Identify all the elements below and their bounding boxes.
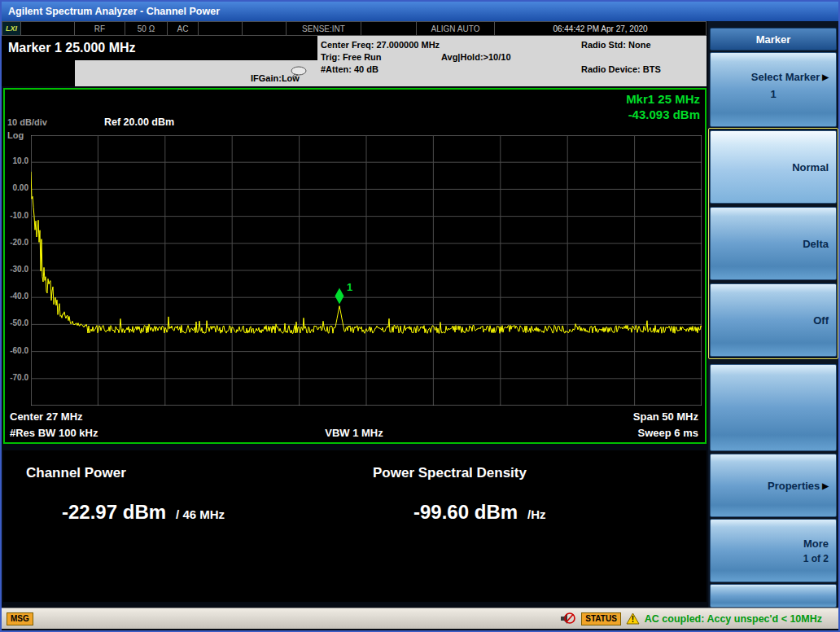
warning-icon: ! <box>626 612 640 625</box>
submenu-arrow-icon: ▶ <box>822 72 829 81</box>
msg-badge[interactable]: MSG <box>7 612 33 625</box>
y-axis-label: -70.0 <box>5 373 28 382</box>
sys-seg-rf: RF <box>75 21 125 36</box>
sys-seg-impedance: 50 Ω <box>125 21 168 36</box>
channel-power-label: Channel Power <box>26 465 126 481</box>
softkey-more-page: 1 of 2 <box>711 553 836 564</box>
status-bar: MSG STATUS ! AC coupled: Accy unspec'd <… <box>2 608 838 629</box>
softkey-delta[interactable]: Delta <box>710 207 837 280</box>
y-axis-label: -30.0 <box>5 265 28 274</box>
sys-seg-coupling: AC <box>168 21 199 36</box>
vbw-label: VBW 1 MHz <box>325 427 383 439</box>
active-function-readout: Marker 1 25.000 MHz <box>2 36 317 60</box>
softkey-more[interactable]: More 1 of 2 <box>710 519 837 582</box>
clock-display: 06:44:42 PM Apr 27, 2020 <box>495 21 707 36</box>
channel-power-value: -22.97 dBm <box>62 501 166 524</box>
y-axis-label: -50.0 <box>5 318 28 327</box>
settings-panel: Marker 1 25.000 MHz Center Freq: 27.0000… <box>2 36 707 86</box>
marker-readout-ampl: -43.093 dBm <box>626 107 700 122</box>
marker-readout-freq: Mkr1 25 MHz <box>626 91 700 107</box>
softkey-off-label: Off <box>813 314 829 327</box>
mute-icon <box>560 612 576 625</box>
spectrum-display: Mkr1 25 MHz -43.093 dBm 10 dB/div Ref 20… <box>3 88 707 444</box>
svg-text:!: ! <box>632 615 634 624</box>
log-label: Log <box>7 130 24 140</box>
trig-readout: Trig: Free Run <box>321 52 382 62</box>
spectrum-bottom-row-1: Center 27 MHz Span 50 MHz <box>10 410 698 423</box>
sys-seg-blank-1 <box>21 21 75 36</box>
marker-number-label: 1 <box>347 281 352 293</box>
marker-peak-readout: Mkr1 25 MHz -43.093 dBm <box>626 91 700 122</box>
radio-std-readout: Radio Std: None <box>581 40 651 50</box>
softkey-delta-label: Delta <box>803 238 829 250</box>
spectrum-bottom-row-2: #Res BW 100 kHz VBW 1 MHz Sweep 6 ms <box>10 427 698 439</box>
psd-readout: -99.60 dBm /Hz <box>413 501 546 524</box>
ref-level-label: Ref 20.00 dBm <box>104 116 174 128</box>
softkey-properties-label: Properties <box>768 480 820 492</box>
avg-hold-readout: Avg|Hold:>10/10 <box>441 52 511 62</box>
y-axis-label: -20.0 <box>5 238 28 247</box>
radio-device-readout: Radio Device: BTS <box>581 64 661 74</box>
sys-seg-blank-2 <box>199 21 243 36</box>
softkey-more-label: More <box>803 538 829 550</box>
center-freq-readout: Center Freq: 27.000000 MHz <box>321 40 440 50</box>
softkey-properties[interactable]: Properties ▶ <box>710 454 837 517</box>
sys-seg-sense: SENSE:INT <box>287 21 361 36</box>
spectrum-grid: 1 <box>31 135 702 406</box>
softkey-normal-label: Normal <box>792 161 829 173</box>
softkey-blank-1[interactable] <box>710 364 837 451</box>
status-message: AC coupled: Accy unspec'd < 10MHz <box>645 613 822 625</box>
resbw-label: #Res BW 100 kHz <box>10 427 98 439</box>
sweep-label: Sweep 6 ms <box>638 427 698 439</box>
softkey-blank-2[interactable] <box>710 584 837 608</box>
channel-power-suffix: / 46 MHz <box>176 507 225 521</box>
psd-value: -99.60 dBm <box>413 501 518 524</box>
softkey-select-marker-label: Select Marker <box>751 71 820 83</box>
softkey-select-marker-value: 1 <box>711 88 836 100</box>
y-axis-label: -40.0 <box>5 292 28 301</box>
settings-black-box <box>2 60 75 86</box>
system-status-row: LXI RF 50 Ω AC SENSE:INT ALIGN AUTO 06:4… <box>2 21 707 36</box>
active-function-text: Marker 1 25.000 MHz <box>8 41 136 55</box>
sys-seg-align: ALIGN AUTO <box>417 21 495 36</box>
softkey-sidebar: Marker Select Marker ▶ 1 Normal Delta Of… <box>708 21 838 608</box>
y-axis-label: 10.0 <box>5 156 28 165</box>
submenu-arrow-icon: ▶ <box>822 481 829 490</box>
softkey-normal[interactable]: Normal <box>710 130 837 204</box>
lxi-icon: LXI <box>2 21 21 36</box>
y-axis-label: -60.0 <box>5 346 28 355</box>
atten-readout: #Atten: 40 dB <box>321 64 378 74</box>
channel-power-readout: -22.97 dBm / 46 MHz <box>62 501 225 524</box>
center-freq-label: Center 27 MHz <box>10 410 83 423</box>
sweep-annotation-icon <box>290 66 308 77</box>
psd-suffix: /Hz <box>527 507 546 521</box>
softkey-select-marker[interactable]: Select Marker ▶ 1 <box>710 52 837 127</box>
sys-seg-blank-4 <box>361 21 417 36</box>
status-right-group: STATUS ! AC coupled: Accy unspec'd < 10M… <box>560 612 822 625</box>
softkey-off[interactable]: Off <box>710 283 837 357</box>
sys-seg-blank-3 <box>243 21 287 36</box>
app-title: Agilent Spectrum Analyzer - Channel Powe… <box>8 6 220 17</box>
y-axis-label: -10.0 <box>5 211 28 220</box>
analyzer-screen: Agilent Spectrum Analyzer - Channel Powe… <box>0 0 840 632</box>
span-label: Span 50 MHz <box>633 410 698 423</box>
marker-diamond[interactable] <box>335 288 344 305</box>
status-badge[interactable]: STATUS <box>581 612 621 625</box>
y-axis-label: 0.00 <box>5 183 28 192</box>
psd-label: Power Spectral Density <box>373 465 527 481</box>
sidebar-header: Marker <box>710 28 837 50</box>
scale-label: 10 dB/div <box>7 117 47 127</box>
app-title-bar: Agilent Spectrum Analyzer - Channel Powe… <box>2 2 838 21</box>
results-panel: Channel Power Power Spectral Density -22… <box>3 450 707 602</box>
